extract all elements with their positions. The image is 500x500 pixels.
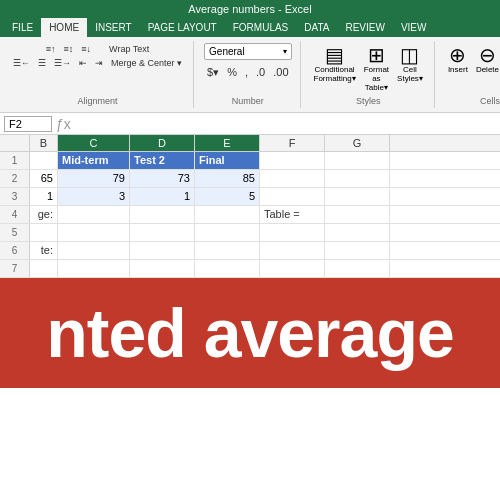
- conditional-label: ConditionalFormatting▾: [314, 65, 356, 83]
- cell-e2[interactable]: 85: [195, 170, 260, 187]
- cell-b4[interactable]: ge:: [30, 206, 58, 223]
- align-top-btn[interactable]: ≡↑: [43, 43, 59, 55]
- cell-b2[interactable]: 65: [30, 170, 58, 187]
- cell-g1[interactable]: [325, 152, 390, 169]
- cell-g3[interactable]: [325, 188, 390, 205]
- cell-f5[interactable]: [260, 224, 325, 241]
- cell-f1[interactable]: [260, 152, 325, 169]
- merge-center-btn[interactable]: Merge & Center ▾: [108, 57, 185, 69]
- cell-g5[interactable]: [325, 224, 390, 241]
- tab-page-layout[interactable]: PAGE LAYOUT: [140, 18, 225, 37]
- align-bot-btn[interactable]: ≡↓: [78, 43, 94, 55]
- delete-btn[interactable]: ⊖ Delete: [473, 43, 500, 76]
- number-label: Number: [232, 94, 264, 106]
- comma-btn[interactable]: ,: [242, 65, 251, 80]
- spreadsheet: B C D E F G 1 Mid-term Test 2 Final 2 65…: [0, 135, 500, 278]
- col-header-g[interactable]: G: [325, 135, 390, 151]
- dec-decrease-btn[interactable]: .00: [270, 65, 291, 80]
- wrap-text-label: Wrap Text: [109, 44, 149, 54]
- insert-btn[interactable]: ⊕ Insert: [445, 43, 471, 76]
- col-header-b[interactable]: B: [30, 135, 58, 151]
- cell-c5[interactable]: [58, 224, 130, 241]
- cell-e4[interactable]: [195, 206, 260, 223]
- dec-increase-btn[interactable]: .0: [253, 65, 268, 80]
- cell-g4[interactable]: [325, 206, 390, 223]
- table-eq-label: Table =: [264, 208, 300, 220]
- cell-d6[interactable]: [130, 242, 195, 259]
- banner-text: nted average: [46, 294, 454, 372]
- col-headers: B C D E F G: [0, 135, 500, 152]
- cell-c2[interactable]: 79: [58, 170, 130, 187]
- align-center-btn[interactable]: ☰: [35, 57, 49, 69]
- align-left-btn[interactable]: ☰←: [10, 57, 33, 69]
- col-header-c[interactable]: C: [58, 135, 130, 151]
- align-right-btn[interactable]: ☰→: [51, 57, 74, 69]
- cell-c3[interactable]: 3: [58, 188, 130, 205]
- insert-icon: ⊕: [449, 45, 466, 65]
- cell-e3[interactable]: 5: [195, 188, 260, 205]
- indent-dec-btn[interactable]: ⇤: [76, 57, 90, 69]
- alignment-group: ≡↑ ≡↕ ≡↓ Wrap Text ☰← ☰ ☰→ ⇤ ⇥ Merge & C…: [6, 41, 194, 108]
- bottom-banner: nted average: [0, 278, 500, 388]
- col-header-d[interactable]: D: [130, 135, 195, 151]
- cell-d4[interactable]: [130, 206, 195, 223]
- styles-label: Styles: [356, 94, 381, 106]
- tab-formulas[interactable]: FORMULAS: [225, 18, 297, 37]
- cell-e6[interactable]: [195, 242, 260, 259]
- cell-e1[interactable]: Final: [195, 152, 260, 169]
- cell-b3[interactable]: 1: [30, 188, 58, 205]
- delete-icon: ⊖: [479, 45, 496, 65]
- col-header-e[interactable]: E: [195, 135, 260, 151]
- cell-f2[interactable]: [260, 170, 325, 187]
- table-row: 3 1 3 1 5: [0, 188, 500, 206]
- cell-f6[interactable]: [260, 242, 325, 259]
- cell-d5[interactable]: [130, 224, 195, 241]
- cell-c6[interactable]: [58, 242, 130, 259]
- row-num-5: 5: [0, 224, 30, 241]
- cell-d7[interactable]: [130, 260, 195, 277]
- cell-c1[interactable]: Mid-term: [58, 152, 130, 169]
- cell-e5[interactable]: [195, 224, 260, 241]
- col-header-f[interactable]: F: [260, 135, 325, 151]
- cell-e7[interactable]: [195, 260, 260, 277]
- conditional-formatting-btn[interactable]: ▤ ConditionalFormatting▾: [311, 43, 359, 94]
- tab-view[interactable]: VIEW: [393, 18, 435, 37]
- tab-file[interactable]: FILE: [4, 18, 41, 37]
- table-row: 1 Mid-term Test 2 Final: [0, 152, 500, 170]
- cell-c7[interactable]: [58, 260, 130, 277]
- cell-d1[interactable]: Test 2: [130, 152, 195, 169]
- cell-g6[interactable]: [325, 242, 390, 259]
- cell-d3[interactable]: 1: [130, 188, 195, 205]
- corner-header: [0, 135, 30, 151]
- cell-b1[interactable]: [30, 152, 58, 169]
- cell-f3[interactable]: [260, 188, 325, 205]
- cell-c4[interactable]: [58, 206, 130, 223]
- cell-g2[interactable]: [325, 170, 390, 187]
- cell-styles-btn[interactable]: ◫ CellStyles▾: [394, 43, 426, 94]
- cell-f7[interactable]: [260, 260, 325, 277]
- indent-inc-btn[interactable]: ⇥: [92, 57, 106, 69]
- align-mid-btn[interactable]: ≡↕: [61, 43, 77, 55]
- row-num-4: 4: [0, 206, 30, 223]
- format-as-table-btn[interactable]: ⊞ Format asTable▾: [361, 43, 392, 94]
- cell-d2[interactable]: 73: [130, 170, 195, 187]
- dollar-btn[interactable]: $▾: [204, 65, 222, 80]
- cell-g7[interactable]: [325, 260, 390, 277]
- cell-b6[interactable]: te:: [30, 242, 58, 259]
- tab-home[interactable]: HOME: [41, 18, 87, 37]
- cell-f4[interactable]: Table =: [260, 206, 325, 223]
- tab-insert[interactable]: INSERT: [87, 18, 140, 37]
- row-num-1: 1: [0, 152, 30, 169]
- row-num-3: 3: [0, 188, 30, 205]
- tab-review[interactable]: REVIEW: [337, 18, 392, 37]
- cells-label: Cells: [480, 94, 500, 106]
- wrap-text-btn[interactable]: Wrap Text: [106, 43, 152, 55]
- cell-styles-label: CellStyles▾: [397, 65, 423, 83]
- number-format-dropdown[interactable]: General ▾: [204, 43, 291, 60]
- row-num-6: 6: [0, 242, 30, 259]
- cell-b5[interactable]: [30, 224, 58, 241]
- tab-data[interactable]: DATA: [296, 18, 337, 37]
- percent-btn[interactable]: %: [224, 65, 240, 80]
- cell-ref-box[interactable]: F2: [4, 116, 52, 132]
- cell-b7[interactable]: [30, 260, 58, 277]
